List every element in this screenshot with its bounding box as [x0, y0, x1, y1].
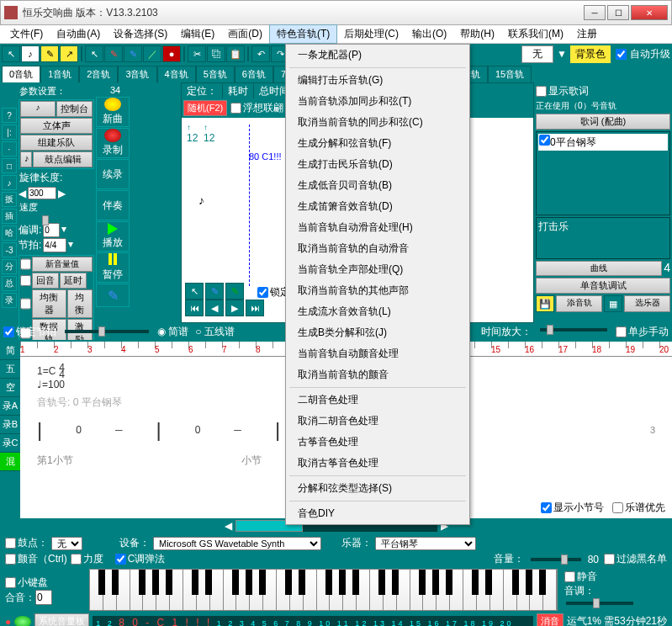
black-key[interactable]	[446, 570, 452, 595]
side-tool-button[interactable]: □	[2, 158, 17, 173]
show-lyric-checkbox[interactable]: 显示歌词	[536, 84, 589, 98]
grid-icon[interactable]: ▦	[604, 295, 622, 312]
black-key[interactable]	[112, 570, 119, 595]
drum-edit-button[interactable]: 鼓点编辑	[33, 151, 93, 167]
contrec-button[interactable]: 续录	[96, 159, 130, 189]
menu-item[interactable]: 生成分解和弦音轨(F)	[286, 133, 469, 154]
black-key[interactable]	[378, 570, 385, 595]
menu-item[interactable]: 当前音轨添加同步和弦(T)	[286, 91, 469, 112]
black-key[interactable]	[192, 570, 198, 595]
menu-item[interactable]: 当前音轨自动滑音处理(H)	[286, 217, 469, 238]
track-tab[interactable]: 5音轨	[196, 66, 235, 82]
menu-item[interactable]: 后期处理(C)	[337, 25, 405, 43]
lyric-button[interactable]: 歌词 (配曲)	[536, 114, 670, 130]
menu-item[interactable]: 设备选择(S)	[107, 25, 174, 43]
track-tab[interactable]: 0音轨	[2, 66, 40, 82]
tool-note-icon[interactable]: ♪	[21, 45, 40, 62]
track-tab[interactable]: 3音轨	[118, 66, 156, 82]
sel-instr-button[interactable]: 选乐器	[624, 295, 670, 312]
instr-select[interactable]: 平台钢琴	[375, 537, 476, 550]
menu-item[interactable]: 当前音轨全声部处理(Q)	[286, 259, 469, 280]
list-item[interactable]: 0平台钢琴	[538, 134, 668, 151]
menu-item[interactable]: 生成低音贝司音轨(B)	[286, 175, 469, 196]
melody-len-input[interactable]	[28, 187, 56, 199]
delay-button[interactable]: 延时	[60, 273, 87, 289]
white-key[interactable]	[543, 570, 557, 610]
canvas-cursor-icon[interactable]: ↖	[185, 283, 204, 300]
score-tab[interactable]: 录B	[0, 416, 20, 434]
kill-button[interactable]: 消音	[537, 613, 564, 626]
black-key[interactable]	[152, 570, 159, 595]
menu-item[interactable]: 取消二胡音色处理	[286, 411, 469, 432]
black-key[interactable]	[98, 570, 105, 595]
mute-checkbox[interactable]: 静音	[564, 570, 597, 584]
white-key[interactable]	[490, 570, 504, 610]
score-tab[interactable]: 录A	[0, 397, 20, 416]
side-tool-button[interactable]: ?	[2, 108, 17, 123]
track-tab[interactable]: 6音轨	[235, 66, 273, 82]
auto-upgrade-checkbox[interactable]: 自动升级	[614, 47, 670, 61]
simple-radio[interactable]: ◉ 简谱	[157, 325, 188, 339]
menu-item[interactable]: 当前音轨自动颤音处理	[286, 343, 469, 364]
menu-item[interactable]: 二胡音色处理	[286, 390, 469, 411]
black-key[interactable]	[325, 570, 332, 595]
tune-slider[interactable]	[566, 602, 633, 605]
random-button[interactable]: 随机(F2)	[183, 100, 227, 116]
black-key[interactable]	[485, 570, 492, 595]
blacklist-checkbox[interactable]: 过滤黑名单	[604, 552, 667, 566]
show-bar-checkbox[interactable]: 显示小节号	[541, 501, 604, 515]
tool-brush-red-icon[interactable]: ✎	[104, 45, 123, 62]
beat-input[interactable]	[43, 238, 66, 252]
drum-checkbox[interactable]: 鼓点：	[5, 536, 48, 550]
black-key[interactable]	[392, 570, 399, 595]
black-key[interactable]	[539, 570, 546, 595]
maximize-button[interactable]: ☐	[607, 5, 629, 20]
setup-band-button[interactable]: 组建乐队	[20, 135, 93, 151]
side-tool-button[interactable]: ♪	[2, 175, 17, 190]
side-tool-button[interactable]: 插	[2, 209, 17, 224]
drum-select[interactable]: 无	[51, 537, 82, 550]
black-key[interactable]	[512, 570, 519, 595]
menu-item[interactable]: 生成B类分解和弦(J)	[286, 322, 469, 343]
menu-item[interactable]: 音色DIY	[286, 503, 469, 524]
menu-item[interactable]: 编辑(E)	[174, 25, 221, 43]
sysvol-button[interactable]: 系统音量板	[34, 613, 89, 626]
curve-button[interactable]: 曲线	[536, 261, 662, 276]
nav-last-icon[interactable]: ⏭	[246, 300, 264, 316]
play-button[interactable]: 播放	[96, 221, 130, 252]
canvas-pen-blue-icon[interactable]: ✎	[205, 283, 224, 300]
menu-item[interactable]: 分解和弦类型选择(S)	[286, 478, 469, 499]
black-key[interactable]	[352, 570, 359, 595]
tool-red-dot-icon[interactable]: ●	[162, 45, 181, 62]
record-button[interactable]: 录制	[96, 128, 130, 158]
console-button[interactable]: 控制台	[56, 101, 93, 117]
menu-item[interactable]: 取消当前音轨的颤音	[286, 364, 469, 385]
newsong-button[interactable]: 新曲	[96, 97, 130, 127]
track-tab[interactable]: 4音轨	[157, 66, 196, 82]
menu-item[interactable]: 古筝音色处理	[286, 432, 469, 453]
menu-item[interactable]: 特色音轨(T)	[269, 24, 337, 44]
save-icon[interactable]: 💾	[536, 295, 554, 312]
stereo-button[interactable]: 立体声	[20, 118, 93, 134]
pause-button[interactable]: 暂停	[96, 252, 130, 283]
menu-item[interactable]: 生成流水音效音轨(L)	[286, 301, 469, 322]
newvol-button[interactable]: 新音量值	[32, 257, 93, 272]
device-select[interactable]: Microsoft GS Wavetable Synth	[153, 537, 321, 550]
score-tab[interactable]: 混	[0, 453, 20, 471]
menu-item[interactable]: 生成笛箫音效音轨(D)	[286, 196, 469, 217]
menu-item[interactable]: 帮助(H)	[453, 25, 501, 43]
tool-undo-icon[interactable]: ↶	[251, 45, 270, 62]
track-tab[interactable]: 15音轨	[488, 66, 532, 82]
lock-beat-checkbox[interactable]: 锁定节拍	[3, 325, 56, 339]
echo-button[interactable]: 回音	[32, 273, 59, 289]
menu-item[interactable]: 编辑打击乐音轨(G)	[286, 70, 469, 91]
white-key[interactable]	[450, 570, 463, 610]
menu-item[interactable]: 生成打击民乐音轨(D)	[286, 154, 469, 175]
side-tool-button[interactable]: 分	[2, 259, 17, 274]
black-key[interactable]	[139, 570, 146, 595]
black-key[interactable]	[526, 570, 532, 595]
menu-item[interactable]: 输出(O)	[405, 25, 453, 43]
menu-item[interactable]: 一条龙配器(P)	[286, 45, 469, 66]
single-debug-button[interactable]: 单音轨调试	[536, 278, 670, 294]
black-key[interactable]	[205, 570, 212, 595]
